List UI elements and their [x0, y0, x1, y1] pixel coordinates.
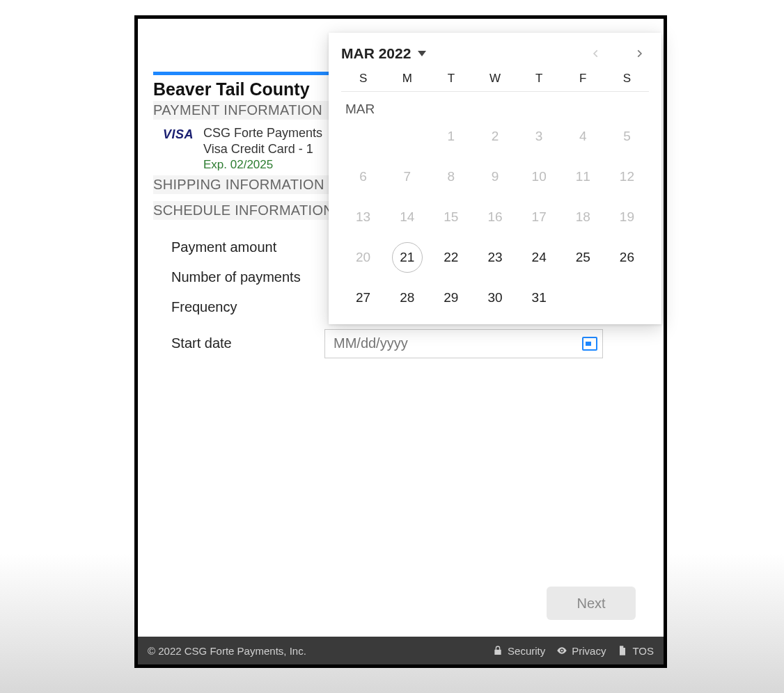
datepicker-next-button[interactable] [629, 44, 649, 63]
datepicker-dow: S [341, 72, 385, 86]
start-date-input-wrap [324, 329, 603, 358]
datepicker-day: 4 [561, 121, 605, 152]
datepicker-month-selector[interactable]: MAR 2022 [341, 45, 426, 62]
next-button[interactable]: Next [547, 587, 636, 620]
datepicker-popup: MAR 2022 SMTWTFS MAR 1234567891011121314… [329, 33, 661, 324]
datepicker-day[interactable]: 24 [517, 242, 561, 273]
footer-link-privacy[interactable]: Privacy [556, 645, 606, 657]
datepicker-dow: T [517, 72, 561, 86]
datepicker-day: 13 [341, 202, 385, 232]
datepicker-day[interactable]: 30 [473, 282, 517, 313]
datepicker-dow: W [473, 72, 517, 86]
label-frequency: Frequency [171, 299, 324, 315]
datepicker-day: 7 [385, 161, 429, 192]
datepicker-nav [586, 44, 649, 63]
footer-link-tos-label: TOS [632, 645, 654, 657]
datepicker-day: 9 [473, 161, 517, 192]
datepicker-day: 1 [429, 121, 473, 152]
footer-link-tos[interactable]: TOS [617, 645, 654, 657]
datepicker-month-label: MAR 2022 [341, 45, 411, 62]
row-start-date: Start date [153, 322, 648, 365]
datepicker-day[interactable]: 23 [473, 242, 517, 273]
chevron-down-icon [418, 51, 426, 56]
footer-link-security-label: Security [508, 645, 545, 657]
eye-icon [556, 645, 567, 656]
footer: © 2022 CSG Forte Payments, Inc. Security… [138, 637, 664, 664]
chevron-left-icon [591, 46, 601, 61]
datepicker-day[interactable]: 28 [385, 282, 429, 313]
datepicker-header: MAR 2022 [341, 44, 649, 63]
datepicker-day[interactable]: 27 [341, 282, 385, 313]
footer-link-privacy-label: Privacy [572, 645, 606, 657]
card-expiry: Exp. 02/2025 [203, 157, 322, 173]
datepicker-day: 10 [517, 161, 561, 192]
calendar-icon[interactable] [582, 337, 597, 351]
datepicker-day: 15 [429, 202, 473, 232]
card-type-last4: Visa Credit Card - 1 [203, 141, 322, 157]
datepicker-dow-row: SMTWTFS [341, 72, 649, 92]
datepicker-day: 8 [429, 161, 473, 192]
datepicker-prev-button[interactable] [586, 44, 606, 63]
datepicker-dow: S [605, 72, 649, 86]
datepicker-dow: T [429, 72, 473, 86]
lock-icon [492, 645, 503, 656]
datepicker-day: 6 [341, 161, 385, 192]
datepicker-day[interactable]: 26 [605, 242, 649, 273]
footer-link-security[interactable]: Security [492, 645, 545, 657]
footer-copyright: © 2022 CSG Forte Payments, Inc. [148, 645, 306, 657]
datepicker-day[interactable]: 25 [561, 242, 605, 273]
datepicker-day[interactable]: 22 [429, 242, 473, 273]
datepicker-dow: F [561, 72, 605, 86]
datepicker-empty-cell [385, 121, 429, 152]
document-icon [617, 645, 628, 656]
datepicker-day: 17 [517, 202, 561, 232]
datepicker-empty-cell [341, 121, 385, 152]
datepicker-day: 14 [385, 202, 429, 232]
app-frame: Beaver Tail County PAYMENT INFORMATION V… [134, 15, 667, 668]
label-number-of-payments: Number of payments [171, 269, 324, 285]
datepicker-day[interactable]: 21 [392, 242, 423, 273]
start-date-input[interactable] [324, 329, 603, 358]
accent-bar [153, 72, 334, 75]
datepicker-day: 16 [473, 202, 517, 232]
label-payment-amount: Payment amount [171, 239, 324, 255]
card-owner: CSG Forte Payments [203, 125, 322, 141]
datepicker-day: 19 [605, 202, 649, 232]
datepicker-dow: M [385, 72, 429, 86]
datepicker-day: 20 [341, 242, 385, 273]
datepicker-day: 18 [561, 202, 605, 232]
datepicker-day: 2 [473, 121, 517, 152]
card-lines: CSG Forte Payments Visa Credit Card - 1 … [203, 125, 322, 173]
datepicker-day: 5 [605, 121, 649, 152]
datepicker-day: 11 [561, 161, 605, 192]
visa-logo: VISA [163, 125, 194, 142]
datepicker-day[interactable]: 31 [517, 282, 561, 313]
label-start-date: Start date [171, 335, 324, 351]
datepicker-month-short: MAR [345, 102, 649, 117]
datepicker-day: 12 [605, 161, 649, 192]
datepicker-day: 3 [517, 121, 561, 152]
chevron-right-icon [634, 46, 644, 61]
datepicker-day[interactable]: 29 [429, 282, 473, 313]
datepicker-days-grid: 1234567891011121314151617181920212223242… [341, 121, 649, 313]
